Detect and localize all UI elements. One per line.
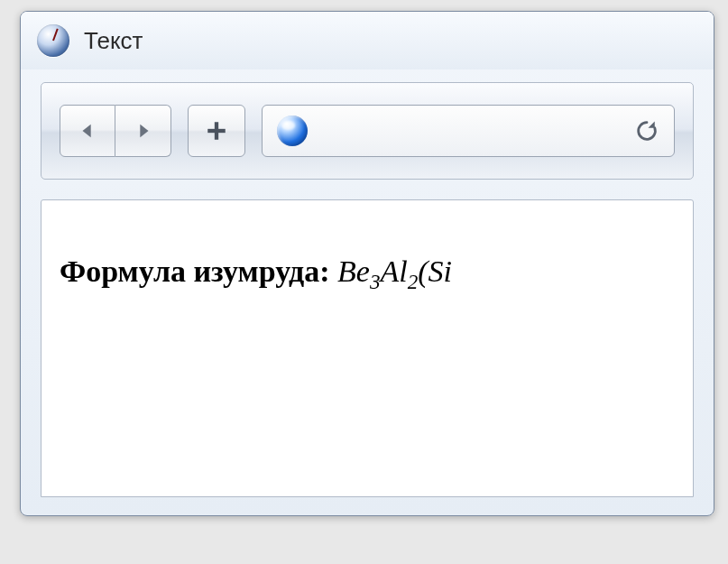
formula-el-be: Be xyxy=(337,254,370,288)
formula-el-al: Al xyxy=(381,254,408,288)
address-bar[interactable] xyxy=(262,105,675,157)
browser-window: Текст xyxy=(20,11,714,516)
triangle-right-icon xyxy=(134,121,153,141)
reload-button[interactable] xyxy=(634,118,659,143)
formula-sub-3: 3 xyxy=(370,270,381,293)
svg-rect-1 xyxy=(207,129,226,133)
back-button[interactable] xyxy=(60,105,115,157)
window-title: Текст xyxy=(84,27,143,55)
formula-text: Be3Al2(Si xyxy=(337,254,452,288)
formula-sub-2: 2 xyxy=(408,270,419,293)
safari-compass-icon xyxy=(37,24,69,57)
titlebar: Текст xyxy=(21,12,714,69)
toolbar xyxy=(41,82,694,180)
new-tab-button[interactable] xyxy=(188,105,245,157)
nav-button-group xyxy=(60,105,171,157)
url-input[interactable] xyxy=(322,122,620,141)
triangle-left-icon xyxy=(78,121,97,141)
page-content: Формула изумруда: Be3Al2(Si xyxy=(41,199,694,497)
forward-button[interactable] xyxy=(115,105,171,157)
content-heading: Формула изумруда: xyxy=(60,254,337,288)
formula-el-si: (Si xyxy=(418,254,452,288)
globe-icon xyxy=(277,116,308,146)
plus-icon xyxy=(205,119,228,143)
